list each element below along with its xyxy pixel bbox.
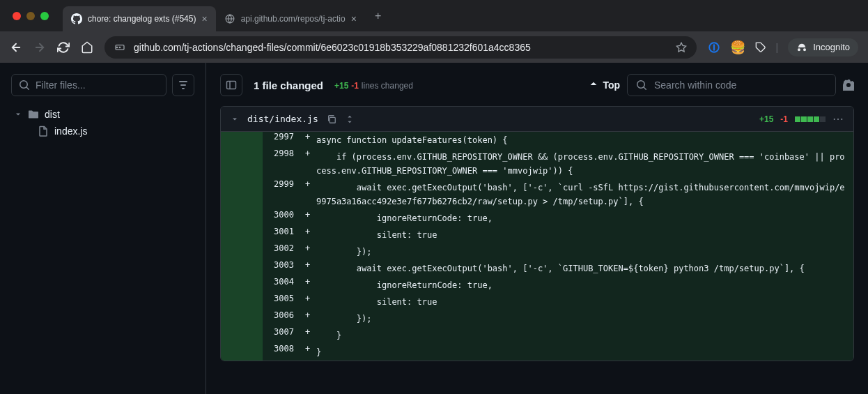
- old-line-num: [221, 277, 263, 294]
- extension-icon-2[interactable]: 🍔: [730, 40, 745, 55]
- window-controls: [6, 12, 49, 20]
- files-changed-count: 1 file changed: [254, 79, 323, 91]
- old-line-num: [221, 132, 263, 149]
- old-line-num: [221, 210, 263, 227]
- new-line-num: 3003: [263, 260, 301, 277]
- line-content: });: [316, 243, 853, 260]
- search-code-input[interactable]: Search within code: [627, 74, 836, 96]
- code-line[interactable]: 3001+ silent: true: [221, 227, 853, 243]
- url-bar[interactable]: github.com/tj-actions/changed-files/comm…: [104, 36, 697, 59]
- line-marker: +: [301, 210, 316, 227]
- line-marker: +: [301, 227, 316, 243]
- code-line[interactable]: 3000+ ignoreReturnCode: true,: [221, 210, 853, 227]
- file-path[interactable]: dist/index.js: [247, 114, 318, 124]
- toolbar-icons: 🍔 | Incognito: [708, 38, 858, 56]
- search-placeholder: Search within code: [654, 79, 736, 91]
- reload-button[interactable]: [57, 41, 70, 54]
- back-button[interactable]: [10, 41, 22, 54]
- code-line[interactable]: 3008+}: [221, 344, 853, 361]
- code-line[interactable]: 2997+async function updateFeatures(token…: [221, 132, 853, 149]
- collapse-file-button[interactable]: [231, 115, 239, 123]
- code-line[interactable]: 3006+ });: [221, 310, 853, 327]
- new-line-num: 2998: [263, 149, 301, 179]
- window-maximize[interactable]: [40, 12, 49, 20]
- extension-icon-1[interactable]: [708, 41, 720, 54]
- incognito-badge[interactable]: Incognito: [788, 38, 858, 56]
- new-line-num: 3005: [263, 294, 301, 310]
- window-minimize[interactable]: [26, 12, 35, 20]
- line-content: }: [316, 344, 853, 361]
- folder-icon: [28, 109, 39, 120]
- line-marker: +: [301, 243, 316, 260]
- file-deletions: -1: [780, 114, 788, 124]
- tab-close-icon[interactable]: ×: [351, 13, 357, 24]
- file-name: index.js: [54, 126, 87, 137]
- line-marker: +: [301, 344, 316, 361]
- copy-path-button[interactable]: [327, 114, 336, 124]
- line-marker: +: [301, 149, 316, 179]
- old-line-num: [221, 260, 263, 277]
- new-line-num: 3004: [263, 277, 301, 294]
- incognito-label: Incognito: [813, 42, 850, 52]
- search-icon: [19, 79, 30, 91]
- svg-rect-7: [227, 82, 236, 89]
- window-close[interactable]: [13, 12, 21, 20]
- code-line[interactable]: 3005+ silent: true: [221, 294, 853, 310]
- new-line-num: 2999: [263, 179, 301, 210]
- code-line[interactable]: 3007+ }: [221, 327, 853, 344]
- file-diff-block: dist/index.js +15 -1 ⋯ 2997+async fun: [220, 106, 854, 361]
- old-line-num: [221, 327, 263, 344]
- line-marker: +: [301, 260, 316, 277]
- tab-inactive[interactable]: api.github.com/repos/tj-actio ×: [216, 6, 365, 31]
- svg-point-1: [116, 47, 117, 47]
- code-line[interactable]: 2998+ if (process.env.GITHUB_REPOSITORY_…: [221, 149, 853, 179]
- old-line-num: [221, 344, 263, 361]
- diff-settings-button[interactable]: [843, 79, 854, 91]
- filter-files-input[interactable]: Filter files...: [11, 74, 166, 96]
- code-line[interactable]: 2999+ await exec.getExecOutput('bash', […: [221, 179, 853, 210]
- line-marker: +: [301, 132, 316, 149]
- content-area: Filter files... dist index.js: [0, 63, 868, 394]
- new-tab-button[interactable]: +: [375, 10, 381, 22]
- line-content: ignoreReturnCode: true,: [316, 277, 853, 294]
- file-tree-sidebar: Filter files... dist index.js: [0, 63, 206, 394]
- new-line-num: 3006: [263, 310, 301, 327]
- svg-point-2: [119, 47, 120, 47]
- tabs-container: chore: changelog exts (#545) × api.githu…: [63, 0, 381, 31]
- forward-button[interactable]: [33, 41, 46, 54]
- browser-tab-strip: chore: changelog exts (#545) × api.githu…: [0, 0, 868, 31]
- tab-close-icon[interactable]: ×: [201, 13, 207, 24]
- tab-title: api.github.com/repos/tj-actio: [241, 14, 346, 24]
- expand-all-button[interactable]: [345, 114, 355, 124]
- globe-icon: [224, 13, 235, 24]
- new-line-num: 3008: [263, 344, 301, 361]
- toggle-sidebar-button[interactable]: [220, 74, 242, 96]
- github-icon: [71, 13, 82, 24]
- additions-count: +15: [334, 81, 348, 91]
- code-line[interactable]: 3003+ await exec.getExecOutput('bash', […: [221, 260, 853, 277]
- browser-toolbar: github.com/tj-actions/changed-files/comm…: [0, 31, 868, 63]
- diff-header: 1 file changed +15 -1 lines changed Top …: [220, 74, 854, 96]
- top-label: Top: [603, 79, 620, 91]
- file-menu-button[interactable]: ⋯: [832, 112, 844, 126]
- svg-marker-4: [676, 43, 685, 52]
- home-button[interactable]: [81, 41, 93, 54]
- chevron-down-icon: [14, 110, 22, 119]
- code-line[interactable]: 3004+ ignoreReturnCode: true,: [221, 277, 853, 294]
- filter-settings-button[interactable]: [172, 74, 194, 96]
- line-content: }: [316, 327, 853, 344]
- tree-folder-dist[interactable]: dist: [11, 106, 194, 123]
- bookmark-star-icon[interactable]: [676, 42, 687, 53]
- url-text: github.com/tj-actions/changed-files/comm…: [134, 42, 667, 53]
- site-info-icon[interactable]: [114, 42, 125, 53]
- tab-active[interactable]: chore: changelog exts (#545) ×: [63, 6, 216, 31]
- new-line-num: 3001: [263, 227, 301, 243]
- jump-to-top-link[interactable]: Top: [589, 79, 620, 91]
- diff-main: 1 file changed +15 -1 lines changed Top …: [206, 63, 868, 394]
- code-diff-table: 2997+async function updateFeatures(token…: [221, 132, 853, 361]
- deletions-count: -1: [351, 81, 359, 91]
- code-line[interactable]: 3002+ });: [221, 243, 853, 260]
- extensions-icon[interactable]: [755, 42, 766, 53]
- old-line-num: [221, 149, 263, 179]
- tree-file-index-js[interactable]: index.js: [11, 123, 194, 139]
